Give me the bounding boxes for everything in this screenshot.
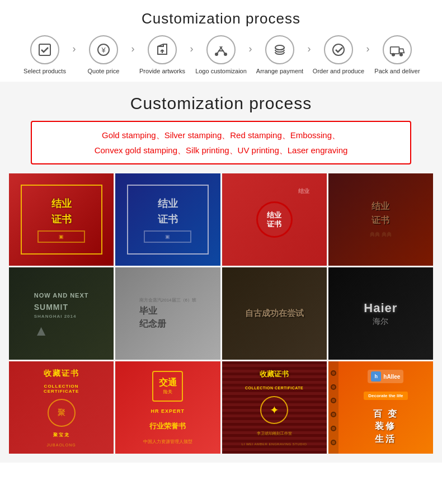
step-label-arrange-payment: Arrange payment <box>256 67 303 75</box>
grid-cell-r3c2: 交通 险关 HR EXPERT 行业荣誉书 中国人力资源管理人颁型 <box>115 361 220 454</box>
grid-cell-r1c4: 结业 证书 典典 典典 <box>328 173 433 266</box>
step-label-logo-customization: Logo customizaion <box>195 67 247 75</box>
grid-cell-r2c3: 自古成功在尝试 <box>222 267 327 360</box>
techniques-line1: Gold stamping、Silver stamping、Red stampi… <box>102 130 340 140</box>
step-icon-pack-deliver <box>383 35 412 64</box>
svg-text:¥: ¥ <box>101 46 106 54</box>
step-label-provide-artworks: Provide artworks <box>139 67 185 75</box>
step-provide-artworks: Provide artworks <box>136 35 189 75</box>
grid-cell-r2c1: NOW AND NEXT SUMMIT SHANGHAI 2014 ▲ <box>9 267 114 360</box>
step-logo-customization: Logo customizaion <box>195 35 248 75</box>
grid-cell-r1c1: 结业 证书 ▣ <box>9 173 114 266</box>
step-pack-deliver: Pack and deliver <box>371 35 424 75</box>
top-title: Customization process <box>6 10 436 27</box>
grid-cell-r3c4: h hAIlee Decorate the life 百 变装修生活 <box>328 361 433 454</box>
step-icon-provide-artworks <box>148 35 177 64</box>
top-section: Customization process Select products › … <box>0 0 442 82</box>
arrow-6: › <box>366 43 370 55</box>
grid-cell-r3c3: 收藏证书 COLLECTION CERTIFICATE ✦ 李卫琥珀雕刻工作室 … <box>222 361 327 454</box>
svg-point-9 <box>215 53 218 55</box>
step-label-quote-price: Quote price <box>88 67 120 75</box>
svg-point-14 <box>392 54 394 56</box>
step-icon-arrange-payment <box>265 35 294 64</box>
arrow-2: › <box>131 43 135 55</box>
step-order-produce: Order and produce <box>312 35 365 75</box>
svg-point-15 <box>400 54 402 56</box>
step-icon-quote-price: ¥ <box>89 35 118 64</box>
bottom-section: Customization process Gold stamping、Silv… <box>0 82 442 463</box>
image-grid: 结业 证书 ▣ 结业 证书 ▣ <box>9 173 433 454</box>
arrow-5: › <box>308 43 311 55</box>
step-label-order-produce: Order and produce <box>313 67 364 75</box>
process-steps: Select products › ¥ Quote price › <box>6 35 436 75</box>
step-icon-order-produce <box>324 35 353 64</box>
step-quote-price: ¥ Quote price <box>77 35 130 75</box>
svg-point-10 <box>224 53 227 55</box>
grid-cell-r2c2: 南方金蒸汽2014届三（6）班 毕业 纪念册 <box>115 267 220 360</box>
grid-cell-r1c2: 结业 证书 ▣ <box>115 173 220 266</box>
step-label-pack-deliver: Pack and deliver <box>374 67 420 75</box>
step-select-products: Select products <box>18 35 72 75</box>
techniques-line2: Convex gold stamping、Silk printing、UV pr… <box>95 145 348 155</box>
arrow-3: › <box>190 43 194 55</box>
grid-cell-r2c4: Haier 海尔 <box>328 267 433 360</box>
bottom-title: Customization process <box>9 94 433 113</box>
svg-rect-0 <box>39 44 50 55</box>
step-arrange-payment: Arrange payment <box>253 35 307 75</box>
svg-rect-13 <box>391 47 399 54</box>
step-label-select-products: Select products <box>23 67 66 75</box>
arrow-1: › <box>73 43 76 55</box>
step-icon-logo-customization <box>206 35 236 64</box>
techniques-text: Gold stamping、Silver stamping、Red stampi… <box>42 128 400 158</box>
svg-point-12 <box>333 44 344 55</box>
techniques-box: Gold stamping、Silver stamping、Red stampi… <box>31 121 411 164</box>
arrow-4: › <box>249 43 252 55</box>
grid-cell-r3c1: 收藏证书 COLLECTIONCERTIFICATE 聚 聚宝龙 JUBAOLO… <box>9 361 114 454</box>
step-icon-select-products <box>30 35 59 64</box>
grid-cell-r1c3: 结业 结业 证书 <box>222 173 327 266</box>
